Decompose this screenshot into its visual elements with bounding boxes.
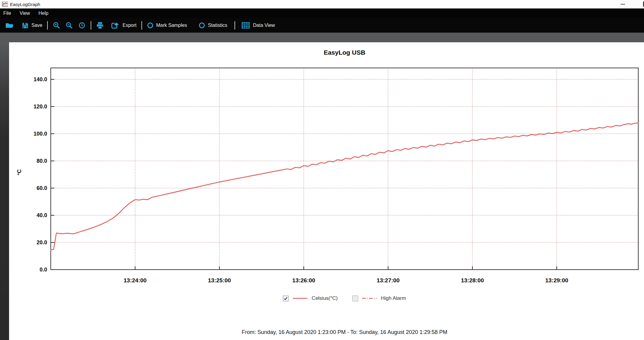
high-alarm-line-swatch [362,297,377,299]
y-tick-label: 80.0 [37,158,47,164]
mark-samples-button[interactable]: Mark Samples [144,21,189,30]
menu-file[interactable]: File [0,8,15,18]
y-tick-label: 40.0 [37,212,47,218]
data-view-icon [241,22,250,29]
data-view-label: Data View [253,23,275,28]
menu-help[interactable]: Help [34,8,53,18]
zoom-in-icon [53,21,60,29]
frame-left-margin [0,42,9,340]
y-tick-label: 140.0 [34,76,47,82]
celsius-line-swatch [292,297,308,299]
mark-samples-label: Mark Samples [156,23,187,28]
export-icon [111,22,120,29]
series-line-0 [51,123,638,250]
save-button[interactable]: Save [19,21,45,30]
zoom-out-button[interactable] [63,20,76,30]
time-range-button[interactable] [76,20,88,30]
series-halo-0 [51,123,638,250]
checkmark-icon [283,296,288,301]
y-tick-label: 20.0 [37,239,47,245]
printer-icon [96,22,104,29]
x-tick-label: 13:29:00 [545,277,568,284]
y-tick-label: 60.0 [37,185,47,191]
toolbar-separator [91,21,91,30]
y-axis-title: °C [16,166,23,178]
legend-item-celsius: Celsius(°C) [283,295,338,301]
high-alarm-checkbox[interactable] [352,296,358,301]
export-label: Export [122,23,136,28]
high-alarm-legend-label: High Alarm [381,295,406,301]
statistics-button[interactable]: Statistics [196,21,230,30]
print-button[interactable] [94,21,106,30]
clock-icon [78,21,86,29]
toolbar-separator [141,21,142,30]
plot-border [51,68,638,270]
save-label: Save [31,23,42,28]
celsius-legend-label: Celsius(°C) [312,295,338,301]
x-tick-label: 13:24:00 [124,277,147,284]
data-view-button[interactable]: Data View [239,21,277,30]
date-range-caption: From: Sunday, 16 August 2020 1:23:00 PM … [51,329,638,335]
open-folder-icon [5,22,14,29]
minimize-button[interactable] [617,0,628,8]
y-tick-label: 100.0 [34,131,47,137]
statistics-icon [199,22,205,29]
zoom-in-button[interactable] [50,20,63,30]
y-tick-label: 120.0 [34,104,47,110]
zoom-out-icon [65,21,73,29]
x-tick-label: 13:28:00 [461,277,484,284]
toolbar-separator [47,21,48,30]
open-button[interactable] [2,21,16,30]
title-bar: EasyLogGraph [0,0,644,8]
save-icon [22,22,29,29]
chart-legend: Celsius(°C) High Alarm [51,295,638,301]
x-tick-label: 13:27:00 [377,277,400,284]
export-button[interactable]: Export [108,21,139,30]
x-tick-label: 13:25:00 [208,277,231,284]
toolbar: Save [0,18,644,33]
x-tick-label: 13:26:00 [292,277,315,284]
legend-item-high-alarm: High Alarm [352,295,406,301]
y-tick-label: 0.0 [40,267,47,273]
statistics-label: Statistics [208,23,227,28]
celsius-checkbox[interactable] [283,296,289,301]
toolbar-separator [235,21,235,30]
chart-panel: EasyLog USB 0.020.040.060.080.0100.0120.… [9,42,644,340]
mark-samples-icon [147,22,154,29]
menu-bar: File View Help [0,8,644,18]
app-icon [2,2,8,7]
window-title: EasyLogGraph [10,2,40,7]
frame-band [0,33,644,42]
menu-view[interactable]: View [15,8,34,18]
